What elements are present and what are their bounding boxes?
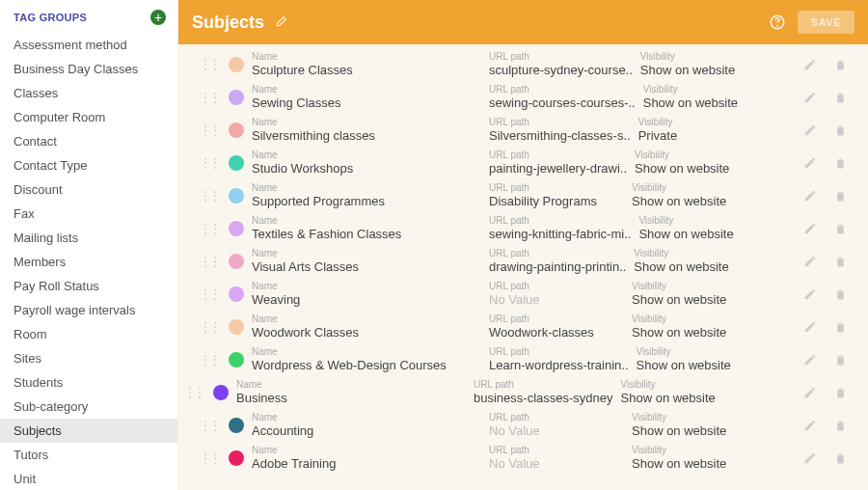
sidebar-item[interactable]: Tutors (0, 443, 177, 467)
edit-row-icon[interactable] (803, 287, 817, 301)
delete-row-icon[interactable] (834, 451, 847, 465)
url-field[interactable]: URL pathbusiness-classes-sydney (474, 379, 613, 406)
name-field[interactable]: NameAdobe Training (252, 445, 481, 472)
edit-row-icon[interactable] (803, 156, 817, 170)
edit-row-icon[interactable] (803, 451, 817, 465)
delete-row-icon[interactable] (834, 320, 847, 334)
edit-row-icon[interactable] (803, 123, 817, 137)
sidebar-item[interactable]: Assessment method (0, 33, 177, 57)
url-field[interactable]: URL pathsculpture-sydney-course.. (489, 51, 633, 78)
drag-handle-icon[interactable] (198, 451, 221, 465)
sidebar-item[interactable]: Room (0, 322, 177, 346)
delete-row-icon[interactable] (834, 156, 847, 170)
sidebar-item[interactable]: Classes (0, 81, 177, 105)
delete-row-icon[interactable] (834, 353, 847, 367)
delete-row-icon[interactable] (834, 222, 847, 235)
visibility-field[interactable]: VisibilityShow on website (621, 379, 737, 406)
visibility-field[interactable]: VisibilityShow on website (632, 281, 747, 308)
url-field[interactable]: URL pathpainting-jewellery-drawi.. (489, 150, 627, 177)
visibility-field[interactable]: VisibilityShow on website (635, 150, 750, 177)
drag-handle-icon[interactable] (198, 255, 221, 268)
add-tag-group-button[interactable]: + (150, 10, 166, 25)
name-field[interactable]: NameAccounting (252, 412, 481, 439)
drag-handle-icon[interactable] (198, 287, 221, 301)
delete-row-icon[interactable] (834, 419, 847, 432)
url-field[interactable]: URL pathSilversmithing-classes-s.. (489, 117, 631, 144)
sidebar-item[interactable]: Subjects (0, 419, 177, 443)
sidebar-item[interactable]: Payroll wage intervals (0, 298, 177, 322)
sidebar-item[interactable]: Mailing lists (0, 226, 177, 250)
url-field[interactable]: URL pathNo Value (489, 281, 624, 308)
visibility-field[interactable]: VisibilityShow on website (638, 215, 754, 242)
drag-handle-icon[interactable] (198, 320, 221, 334)
visibility-field[interactable]: VisibilityShow on website (632, 182, 747, 209)
edit-row-icon[interactable] (803, 255, 817, 268)
sidebar-item[interactable]: Discount (0, 177, 177, 202)
drag-handle-icon[interactable] (198, 189, 221, 203)
delete-row-icon[interactable] (834, 189, 847, 203)
url-field[interactable]: URL pathLearn-wordpress-trainin.. (489, 346, 629, 373)
edit-row-icon[interactable] (803, 189, 817, 203)
url-field[interactable]: URL pathNo Value (489, 412, 624, 439)
edit-row-icon[interactable] (803, 419, 817, 432)
edit-row-icon[interactable] (803, 91, 817, 104)
edit-row-icon[interactable] (803, 58, 817, 71)
url-field[interactable]: URL pathWoodwork-classes (489, 313, 624, 340)
name-field[interactable]: NameSewing Classes (252, 84, 481, 111)
sidebar-item[interactable]: Unit (0, 467, 177, 490)
name-field[interactable]: NameSculpture Classes (252, 51, 481, 78)
sidebar-item[interactable]: Pay Roll Status (0, 274, 177, 298)
visibility-field[interactable]: VisibilityShow on website (640, 51, 756, 78)
delete-row-icon[interactable] (834, 386, 847, 399)
edit-row-icon[interactable] (803, 320, 817, 334)
sidebar-item[interactable]: Sites (0, 346, 177, 370)
visibility-field[interactable]: VisibilityPrivate (638, 117, 754, 144)
sidebar-item[interactable]: Contact Type (0, 153, 177, 177)
sidebar-item[interactable]: Students (0, 370, 177, 395)
name-field[interactable]: NameSilversmithing classes (252, 117, 481, 144)
sidebar-item[interactable]: Fax (0, 202, 177, 226)
name-field[interactable]: NameWoodwork Classes (252, 313, 481, 340)
visibility-field[interactable]: VisibilityShow on website (637, 346, 752, 373)
save-button[interactable]: SAVE (798, 11, 854, 34)
sidebar-item[interactable]: Computer Room (0, 105, 177, 129)
url-field[interactable]: URL pathsewing-courses-courses-.. (489, 84, 636, 111)
edit-row-icon[interactable] (803, 353, 817, 367)
drag-handle-icon[interactable] (182, 386, 205, 399)
url-field[interactable]: URL pathsewing-knitting-fabric-mi.. (489, 215, 631, 242)
visibility-field[interactable]: VisibilityShow on website (634, 248, 749, 275)
sidebar-item[interactable]: Sub-category (0, 395, 177, 419)
delete-row-icon[interactable] (834, 287, 847, 301)
delete-row-icon[interactable] (834, 255, 847, 268)
name-field[interactable]: NameStudio Workshops (252, 150, 481, 177)
delete-row-icon[interactable] (834, 58, 847, 71)
drag-handle-icon[interactable] (198, 156, 221, 170)
drag-handle-icon[interactable] (198, 91, 221, 104)
name-field[interactable]: NameSupported Programmes (252, 182, 481, 209)
drag-handle-icon[interactable] (198, 58, 221, 71)
url-field[interactable]: URL pathNo Value (489, 445, 624, 472)
delete-row-icon[interactable] (834, 91, 847, 104)
visibility-field[interactable]: VisibilityShow on website (643, 84, 759, 111)
name-field[interactable]: NameWeaving (252, 281, 481, 308)
help-icon[interactable] (769, 14, 786, 31)
sidebar-item[interactable]: Business Day Classes (0, 57, 177, 81)
name-field[interactable]: NameTextiles & Fashion Classes (252, 215, 481, 242)
name-field[interactable]: NameVisual Arts Classes (252, 248, 481, 275)
drag-handle-icon[interactable] (198, 222, 221, 235)
url-field[interactable]: URL pathDisability Programs (489, 182, 624, 209)
drag-handle-icon[interactable] (198, 353, 221, 367)
edit-row-icon[interactable] (803, 222, 817, 235)
visibility-field[interactable]: VisibilityShow on website (632, 412, 747, 439)
visibility-field[interactable]: VisibilityShow on website (632, 313, 747, 340)
delete-row-icon[interactable] (834, 123, 847, 137)
sidebar-item[interactable]: Members (0, 250, 177, 274)
edit-row-icon[interactable] (803, 386, 817, 399)
sidebar-item[interactable]: Contact (0, 129, 177, 153)
drag-handle-icon[interactable] (198, 419, 221, 432)
drag-handle-icon[interactable] (198, 123, 221, 137)
edit-title-icon[interactable] (274, 15, 287, 29)
url-field[interactable]: URL pathdrawing-painting-printin.. (489, 248, 626, 275)
visibility-field[interactable]: VisibilityShow on website (632, 445, 747, 472)
name-field[interactable]: NameBusiness (236, 379, 466, 406)
